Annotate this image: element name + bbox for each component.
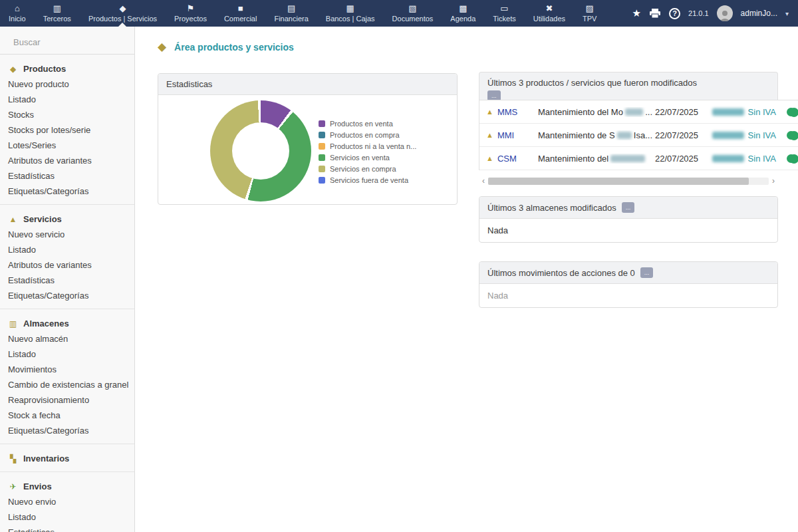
sidebar-item-estadisticas-productos[interactable]: Estadísticas [0,168,134,184]
sidebar-item-atributos-servicios[interactable]: Atributos de variantes [0,257,134,273]
legend-item: Productos ni a la venta n... [319,140,416,152]
stock-movements-card: Últimos movimientos de acciones de 0 ...… [479,261,778,308]
nav-label: Comercial [224,15,257,23]
sidebar-title-almacenes[interactable]: ▥ Almacenes [0,316,134,331]
modified-date: 22/07/2025 [652,107,704,117]
product-link[interactable]: MMS [497,107,517,117]
bookmarks-star-icon[interactable]: ★ [632,7,641,19]
scrollbar-track[interactable] [488,178,769,185]
sidebar-item-stocks[interactable]: Stocks [0,107,134,122]
table-row[interactable]: ▲ MMI Mantenimiento de SIsa... 22/07/202… [479,124,798,147]
legend-item: Servicios fuera de venta [319,174,416,186]
chart-legend: Productos en venta Productos en compra P… [319,118,416,186]
legend-label: Servicios en compra [330,165,396,173]
sidebar-title-label: Envios [23,481,52,491]
more-options-badge[interactable]: ... [640,267,654,278]
nav-label: Bancos | Cajas [326,15,375,23]
bank-icon: ▦ [346,4,354,13]
sidebar-section-servicios: ▲ Servicios Nuevo servicio Listado Atrib… [0,205,134,309]
legend-swatch [319,177,325,184]
nav-item-inicio[interactable]: ⌂ Inicio [0,0,35,27]
sidebar-title-productos[interactable]: ◆ Productos [0,61,134,76]
sidebar-item-listado-almacenes[interactable]: Listado [0,346,134,362]
product-link[interactable]: MMI [497,130,514,140]
sidebar-title-label: Inventarios [23,454,69,464]
sidebar-item-cambio-existencias[interactable]: Cambio de existencias a granel [0,377,134,392]
table-row[interactable]: ▲ MMS Mantenimiento del Mo... 22/07/2025… [479,100,798,124]
sidebar-item-nuevo-envio[interactable]: Nuevo envio [0,494,134,509]
sidebar-item-stocks-lotes[interactable]: Stocks por lotes/serie [0,122,134,138]
user-avatar[interactable] [717,5,733,21]
nav-label: Productos | Servicios [88,15,157,23]
sidebar-section-productos: ◆ Productos Nuevo producto Listado Stock… [0,55,134,205]
sidebar-item-nuevo-almacen[interactable]: Nuevo almacén [0,331,134,346]
more-options-badge[interactable]: ... [622,202,635,213]
legend-swatch [319,166,325,172]
sidebar-section-inventarios: ▚ Inventarios [0,444,134,472]
nav-label: TPV [583,15,597,23]
sidebar-title-label: Almacenes [23,319,69,329]
sidebar-item-reaprovisionamiento[interactable]: Reaprovisionamiento [0,392,134,408]
nav-item-tickets[interactable]: ▭ Tickets [484,0,524,27]
sidebar-item-estadisticas-servicios[interactable]: Estadísticas [0,273,134,288]
nav-item-financiera[interactable]: ▤ Financiera [265,0,317,27]
nav-item-terceros[interactable]: ▥ Terceros [35,0,80,27]
scroll-right-icon[interactable]: › [769,176,778,186]
nav-item-agenda[interactable]: ▩ Agenda [442,0,484,27]
product-link[interactable]: CSM [497,154,517,164]
sidebar-title-servicios[interactable]: ▲ Servicios [0,211,134,227]
sidebar-item-stock-a-fecha[interactable]: Stock a fecha [0,408,134,423]
sidebar-item-listado-servicios[interactable]: Listado [0,242,134,257]
modified-products-table: ▲ MMS Mantenimiento del Mo... 22/07/2025… [479,100,798,170]
help-icon[interactable]: ? [669,8,680,19]
sidebar-item-listado-productos[interactable]: Listado [0,92,134,107]
nav-label: Inicio [9,15,26,23]
sidebar-item-movimientos[interactable]: Movimientos [0,362,134,377]
sidebar-item-lotes-series[interactable]: Lotes/Series [0,138,134,153]
sidebar-item-etiquetas-almacenes[interactable]: Etiquetas/Categorías [0,423,134,438]
redacted-price [712,132,744,139]
sidebar-item-nuevo-servicio[interactable]: Nuevo servicio [0,227,134,242]
tax-label: Sin IVA [748,130,776,140]
status-clipped-icon [789,131,798,140]
sidebar-title-envios[interactable]: ✈ Envios [0,479,134,494]
sidebar-item-listado-envios[interactable]: Listado [0,509,134,525]
table-row[interactable]: ▲ CSM Mantenimiento del 22/07/2025 Sin I… [479,147,798,170]
sidebar-item-estadisticas-envios[interactable]: Estadísticas [0,525,134,532]
legend-label: Servicios fuera de venta [330,176,408,184]
nav-item-bancos-cajas[interactable]: ▦ Bancos | Cajas [317,0,384,27]
tax-label: Sin IVA [748,107,776,117]
username-label[interactable]: adminJo... [741,9,777,18]
nav-item-productos-servicios[interactable]: ◆ Productos | Servicios [80,0,166,27]
redacted-text [617,132,632,139]
chevron-down-icon[interactable]: ▾ [785,10,789,17]
card-title: Últimos 3 almacenes modificados [487,203,616,213]
print-icon[interactable] [649,8,661,19]
sidebar-item-etiquetas-productos[interactable]: Etiquetas/Categorías [0,184,134,199]
sidebar-title-inventarios[interactable]: ▚ Inventarios [0,451,134,466]
sidebar-item-etiquetas-servicios[interactable]: Etiquetas/Categorías [0,288,134,303]
legend-label: Productos ni a la venta n... [330,142,416,150]
nav-item-tpv[interactable]: ▨ TPV [574,0,605,27]
legend-item: Servicios en compra [319,163,416,174]
nav-item-comercial[interactable]: ■ Comercial [215,0,266,27]
sidebar-item-nuevo-producto[interactable]: Nuevo producto [0,76,134,92]
card-body-text: Nada [479,284,777,307]
scrollbar-thumb[interactable] [488,178,749,185]
nav-item-utilidades[interactable]: ✖ Utilidades [525,0,574,27]
nav-item-documentos[interactable]: ▧ Documentos [384,0,442,27]
legend-swatch [319,120,325,127]
nav-item-proyectos[interactable]: ⚑ Proyectos [166,0,215,27]
sidebar-item-atributos-variantes[interactable]: Atributos de variantes [0,153,134,168]
search-input[interactable] [13,37,130,47]
home-icon: ⌂ [15,4,20,13]
legend-label: Productos en compra [330,131,400,139]
sidebar-section-envios: ✈ Envios Nuevo envio Listado Estadística… [0,472,134,532]
sidebar-title-label: Productos [23,64,66,74]
warehouse-icon: ▥ [8,319,18,329]
horizontal-scrollbar: ‹ › [479,176,778,186]
product-cube-icon: ◆ [158,40,166,54]
sidebar-title-label: Servicios [23,214,62,224]
statistics-card-header: Estadisticas [158,74,457,95]
scroll-left-icon[interactable]: ‹ [479,176,488,186]
